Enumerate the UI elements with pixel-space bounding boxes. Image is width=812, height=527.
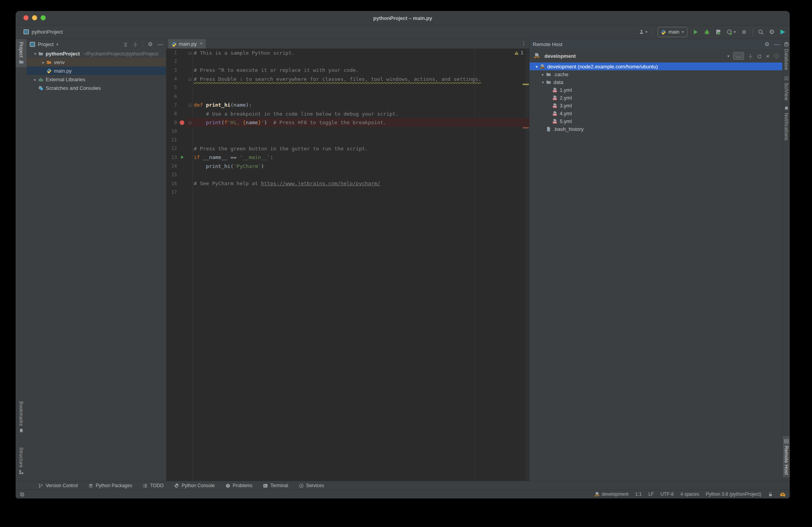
- tree-item-2-yml[interactable]: YML2.yml: [530, 94, 783, 102]
- code-line-17[interactable]: 17: [166, 188, 530, 197]
- lock-icon[interactable]: [768, 492, 773, 497]
- code-line-9[interactable]: 9 print(f'Hi, {name}') # Press ⌘F8 to to…: [166, 118, 530, 127]
- stripe-tab-database[interactable]: Database: [783, 39, 790, 73]
- fold-marker-icon[interactable]: [187, 77, 193, 82]
- disconnect-icon[interactable]: ×: [766, 53, 769, 59]
- stripe-tab-sciview[interactable]: SciView: [783, 73, 790, 103]
- stripe-tab-project[interactable]: Project: [16, 39, 27, 67]
- code-text[interactable]: # This is a sample Python script.: [193, 50, 294, 56]
- panel-settings-gear-icon[interactable]: ⚙: [764, 41, 769, 47]
- tree-item-data[interactable]: ▾data: [530, 78, 783, 86]
- debug-button[interactable]: [704, 29, 710, 36]
- user-menu-button[interactable]: ▾: [639, 29, 647, 34]
- tree-item--cache[interactable]: ▸.cache: [530, 70, 783, 78]
- stripe-tab-remote-host[interactable]: Remote Host: [783, 436, 790, 477]
- chevron-down-icon[interactable]: ▾: [56, 42, 58, 46]
- tree-item--bash-history[interactable]: ?.bash_history: [530, 125, 783, 133]
- chevron-down-icon[interactable]: ▾: [534, 64, 540, 69]
- fold-marker-icon[interactable]: [187, 50, 193, 55]
- server-combo-chevron-icon[interactable]: ▾: [727, 54, 729, 58]
- code-line-1[interactable]: 1# This is a sample Python script.: [166, 48, 530, 57]
- stripe-tab-notifications[interactable]: Notifications: [783, 103, 790, 143]
- code-text[interactable]: print(f'Hi, {name}') # Press ⌘F8 to togg…: [193, 120, 386, 125]
- breakpoint-icon[interactable]: [180, 120, 184, 125]
- chevron-right-icon[interactable]: ▸: [540, 72, 546, 77]
- chevron-down-icon[interactable]: ▾: [32, 52, 38, 56]
- code-line-14[interactable]: 14 print_hi('PyCharm'): [166, 162, 530, 170]
- code-line-11[interactable]: 11: [166, 136, 530, 144]
- hide-panel-icon[interactable]: —: [157, 41, 163, 47]
- code-line-8[interactable]: 8 # Use a breakpoint in the code line be…: [166, 109, 530, 118]
- tree-item-1-yml[interactable]: YML1.yml: [530, 86, 783, 94]
- tree-item-3-yml[interactable]: YML3.yml: [530, 102, 783, 109]
- status-item-lf[interactable]: LF: [648, 491, 654, 497]
- status-item-1-1[interactable]: 1:1: [635, 491, 642, 497]
- status-item-python-3-8-pythonproject-[interactable]: Python 3.8 (pythonProject): [706, 491, 761, 497]
- code-line-2[interactable]: 2: [166, 57, 530, 66]
- tab-options-icon[interactable]: ⋮: [521, 40, 526, 46]
- fold-marker-icon[interactable]: [187, 120, 193, 125]
- collapse-all-icon[interactable]: [133, 41, 138, 47]
- editor[interactable]: main.py × ⋮ 1 1# This is a sample Python…: [166, 39, 530, 481]
- cloud-sync-icon[interactable]: [780, 491, 786, 497]
- run-button[interactable]: [692, 29, 699, 36]
- expand-all-icon[interactable]: [123, 41, 128, 47]
- run-with-coverage-button[interactable]: [715, 29, 721, 36]
- code-line-5[interactable]: 5: [166, 83, 530, 92]
- code-line-4[interactable]: 4# Press Double ⇧ to search everywhere f…: [166, 75, 530, 83]
- settings-gear-icon[interactable]: ⚙: [769, 29, 775, 35]
- toolwindow-button-services[interactable]: Services: [299, 483, 324, 488]
- stop-button[interactable]: [741, 29, 747, 36]
- tree-item-external-libraries[interactable]: ▸External Libraries: [27, 75, 166, 84]
- code-text[interactable]: print_hi('PyCharm'): [193, 163, 264, 169]
- tree-item-venv[interactable]: ▸venv: [27, 58, 166, 66]
- profiler-button[interactable]: ▾: [726, 29, 736, 35]
- panel-settings-gear-icon[interactable]: ⚙: [148, 41, 153, 47]
- code-line-3[interactable]: 3# Press ^R to execute it or replace it …: [166, 66, 530, 75]
- code-text[interactable]: def print_hi(name):: [193, 102, 252, 108]
- code-text[interactable]: # Press the green button in the gutter t…: [193, 146, 368, 152]
- code-text[interactable]: # Press ^R to execute it or replace it w…: [193, 67, 359, 73]
- toolwindow-button-terminal[interactable]: Terminal: [263, 483, 288, 488]
- refresh-icon[interactable]: [757, 53, 762, 59]
- toolwindow-button-problems[interactable]: Problems: [225, 483, 253, 488]
- tree-item-5-yml[interactable]: YML5.yml: [530, 117, 783, 125]
- server-combo-label[interactable]: development: [544, 53, 576, 59]
- chevron-down-icon[interactable]: ▾: [540, 80, 546, 84]
- editor-body[interactable]: 1 1# This is a sample Python script.23# …: [166, 48, 530, 481]
- code-line-15[interactable]: 15: [166, 170, 530, 179]
- stripe-tab-structure[interactable]: Structure: [16, 445, 27, 477]
- collapse-all-icon[interactable]: [748, 53, 753, 59]
- chevron-right-icon[interactable]: ▸: [40, 60, 46, 64]
- toolwindow-switcher-icon[interactable]: [20, 491, 25, 497]
- status-item-development[interactable]: SFTPdevelopment: [594, 491, 628, 497]
- code-line-16[interactable]: 16# See PyCharm help at https://www.jetb…: [166, 179, 530, 188]
- run-config-select[interactable]: main ▾: [658, 27, 687, 37]
- tree-item-4-yml[interactable]: YML4.yml: [530, 109, 783, 117]
- code-link[interactable]: https://www.jetbrains.com/help/pycharm/: [261, 180, 380, 186]
- tree-item-pythonproject[interactable]: ▾pythonProject~/PycharmProjects/pythonPr…: [27, 49, 166, 58]
- tree-item-development-node2-example-com-home-ubuntu-[interactable]: ▾SFTPdevelopment (node2.example.com/home…: [530, 63, 783, 70]
- tree-item-main-py[interactable]: main.py: [27, 66, 166, 75]
- stripe-tab-bookmarks[interactable]: Bookmarks: [16, 398, 27, 436]
- tree-item-scratches-and-consoles[interactable]: Scratches and Consoles: [27, 84, 166, 92]
- close-tab-icon[interactable]: ×: [200, 41, 203, 46]
- code-line-12[interactable]: 12# Press the green button in the gutter…: [166, 144, 530, 153]
- toolwindow-button-python-packages[interactable]: Python Packages: [88, 483, 132, 488]
- hide-panel-icon[interactable]: —: [774, 41, 780, 47]
- code-line-10[interactable]: 10: [166, 127, 530, 136]
- code-line-7[interactable]: 7def print_hi(name):: [166, 101, 530, 109]
- code-text[interactable]: # Press Double ⇧ to search everywhere fo…: [193, 76, 481, 82]
- tab-main-py[interactable]: main.py ×: [168, 39, 206, 48]
- browse-button[interactable]: ...: [733, 52, 744, 60]
- toolwindow-button-version-control[interactable]: Version Control: [38, 483, 78, 488]
- search-everywhere-button[interactable]: [758, 29, 764, 36]
- toolwindow-button-todo[interactable]: TODO: [143, 483, 163, 488]
- status-item-4-spaces[interactable]: 4 spaces: [680, 491, 699, 497]
- fold-marker-icon[interactable]: [187, 102, 193, 107]
- status-item-utf-8[interactable]: UTF-8: [660, 491, 674, 497]
- code-line-13[interactable]: 13if __name__ == '__main__':: [166, 153, 530, 162]
- code-text[interactable]: # See PyCharm help at https://www.jetbra…: [193, 180, 380, 186]
- code-text[interactable]: if __name__ == '__main__':: [193, 154, 273, 160]
- code-text[interactable]: # Use a breakpoint in the code line belo…: [193, 111, 398, 117]
